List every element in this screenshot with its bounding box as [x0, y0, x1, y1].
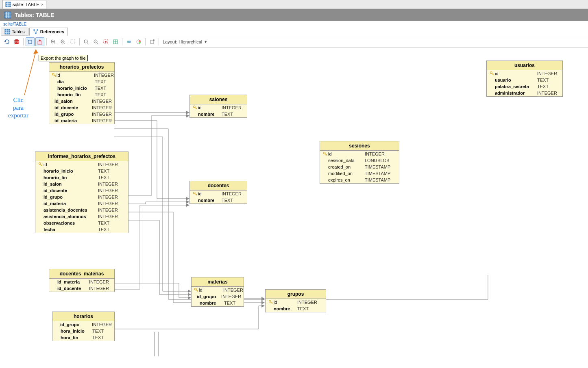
export-button[interactable]	[35, 37, 44, 46]
table-materias[interactable]: materias idINTEGERid_grupoINTEGERnombreT…	[191, 277, 244, 307]
fit-selection-button[interactable]	[101, 37, 110, 46]
table-header: usuarios	[487, 61, 562, 70]
tab-references[interactable]: References	[29, 28, 68, 36]
table-column: horario_finTEXT	[35, 174, 128, 181]
column-name: created_on	[328, 165, 365, 169]
diagram-canvas[interactable]: Clic para exportar Export the graph to f…	[0, 48, 588, 368]
table-usuarios[interactable]: usuarios idINTEGERusuarioTEXTpalabra_sec…	[486, 61, 563, 97]
svg-line-18	[34, 30, 36, 33]
close-icon[interactable]: ×	[41, 2, 44, 7]
show-hide-button[interactable]	[124, 37, 133, 46]
column-name: id_grupo	[54, 112, 92, 117]
table-header: informes_horarios_prefectos	[35, 152, 128, 161]
table-column: id_docenteINTEGER	[35, 187, 128, 194]
settings-button[interactable]	[148, 37, 157, 46]
column-name: asistencia_docentes	[44, 208, 98, 212]
table-horarios-prefectos[interactable]: horarios_prefectos idINTEGERdiaTEXThorar…	[49, 62, 115, 124]
svg-line-68	[326, 154, 327, 155]
toolbar-separator	[145, 38, 146, 45]
center-button[interactable]	[111, 37, 120, 46]
table-salones[interactable]: salones idINTEGERnombreTEXT	[189, 95, 247, 118]
table-body: idINTEGERsession_dataLONGBLOBcreated_onT…	[320, 151, 399, 183]
column-name: nombre	[198, 112, 222, 117]
svg-point-50	[153, 39, 155, 41]
key-icon	[489, 71, 495, 76]
table-column: horario_inicioTEXT	[35, 168, 128, 174]
column-name: id	[57, 73, 94, 78]
column-name: observaciones	[44, 221, 98, 225]
table-column: nombreTEXT	[266, 305, 326, 312]
column-name: horario_inicio	[57, 86, 95, 91]
stop-button[interactable]: STOP	[12, 37, 21, 46]
table-column: expires_onTIMESTAMP	[320, 177, 399, 183]
svg-rect-26	[38, 41, 42, 44]
column-name: id_grupo	[44, 195, 98, 199]
table-docentes-materias[interactable]: docentes_materias id_materiaINTEGERid_do…	[49, 269, 115, 292]
table-column: session_dataLONGBLOB	[320, 157, 399, 164]
zoom-reset-button[interactable]	[68, 37, 77, 46]
column-name: id_materia	[57, 279, 89, 284]
column-name: id_salon	[44, 182, 98, 186]
column-name: id_grupo	[197, 294, 221, 299]
table-sesiones[interactable]: sesiones idINTEGERsession_dataLONGBLOBcr…	[320, 141, 399, 184]
table-body: idINTEGERhorario_inicioTEXThorario_finTE…	[35, 161, 128, 233]
table-body: idINTEGERid_grupoINTEGERnombreTEXT	[192, 287, 244, 306]
column-name: horario_fin	[57, 92, 95, 97]
table-column: idINTEGER	[35, 161, 128, 168]
table-header: materias	[192, 277, 244, 287]
zoom-actual-button[interactable]: 1	[91, 37, 100, 46]
table-header: horarios_prefectos	[49, 63, 114, 72]
zoom-in-button[interactable]	[49, 37, 58, 46]
column-type: TIMESTAMP	[365, 165, 390, 169]
tab-tables[interactable]: Tables	[1, 28, 28, 36]
column-type: INTEGER	[94, 73, 114, 78]
column-type: TEXT	[95, 79, 106, 84]
svg-rect-0	[6, 2, 11, 7]
column-type: INTEGER	[89, 279, 109, 284]
svg-marker-27	[39, 39, 41, 41]
svg-line-29	[54, 43, 56, 44]
annotation-text: Clic para exportar	[8, 96, 28, 119]
toolbar-separator	[122, 38, 122, 45]
column-type: LONGBLOB	[365, 158, 390, 163]
column-name: nombre	[198, 198, 222, 203]
column-name: id_materia	[44, 201, 98, 206]
table-horarios[interactable]: horarios id_grupoINTEGERhora_inicioTEXTh…	[52, 312, 115, 341]
svg-line-71	[196, 194, 197, 195]
table-header: docentes	[190, 181, 247, 190]
table-column: observacionesTEXT	[35, 220, 128, 226]
column-name: id	[198, 105, 222, 110]
table-column: idINTEGER	[49, 72, 114, 78]
expand-button[interactable]	[26, 37, 35, 46]
column-type: INTEGER	[92, 105, 112, 110]
zoom-fit-button[interactable]	[82, 37, 91, 46]
table-docentes[interactable]: docentes idINTEGERnombreTEXT	[189, 181, 247, 204]
toolbar-separator	[46, 38, 47, 45]
column-name: dia	[57, 79, 95, 84]
table-column: asistencia_alumnosINTEGER	[35, 213, 128, 220]
column-name: usuario	[495, 78, 537, 82]
color-button[interactable]	[134, 37, 143, 46]
table-body: idINTEGERnombreTEXT	[266, 299, 326, 312]
column-name: hora_inicio	[61, 329, 92, 333]
column-type: TIMESTAMP	[365, 171, 390, 176]
svg-line-77	[272, 303, 272, 303]
layout-dropdown[interactable]: Layout: Hierarchical ▼	[163, 39, 207, 44]
column-name: id	[44, 162, 98, 167]
breadcrumb[interactable]: sqlite/TABLE	[0, 21, 588, 27]
column-name: id_docente	[57, 286, 89, 291]
table-body: idINTEGERdiaTEXThorario_inicioTEXThorari…	[49, 72, 114, 124]
column-type: TEXT	[297, 306, 309, 311]
file-tab[interactable]: sqlite: TABLE ×	[2, 0, 46, 9]
table-column: horario_inicioTEXT	[49, 85, 114, 91]
zoom-out-button[interactable]	[59, 37, 68, 46]
refresh-button[interactable]	[2, 37, 11, 46]
column-name: fecha	[44, 227, 98, 232]
file-tab-label: sqlite: TABLE	[13, 2, 39, 7]
table-body: idINTEGERnombreTEXT	[190, 190, 247, 203]
table-informes-horarios-prefectos[interactable]: informes_horarios_prefectos idINTEGERhor…	[35, 152, 128, 233]
table-grupos[interactable]: grupos idINTEGERnombreTEXT	[265, 289, 326, 312]
tab-tables-label: Tables	[12, 29, 25, 34]
column-type: INTEGER	[365, 152, 385, 156]
table-body: idINTEGERusuarioTEXTpalabra_secretaTEXTa…	[487, 70, 562, 96]
